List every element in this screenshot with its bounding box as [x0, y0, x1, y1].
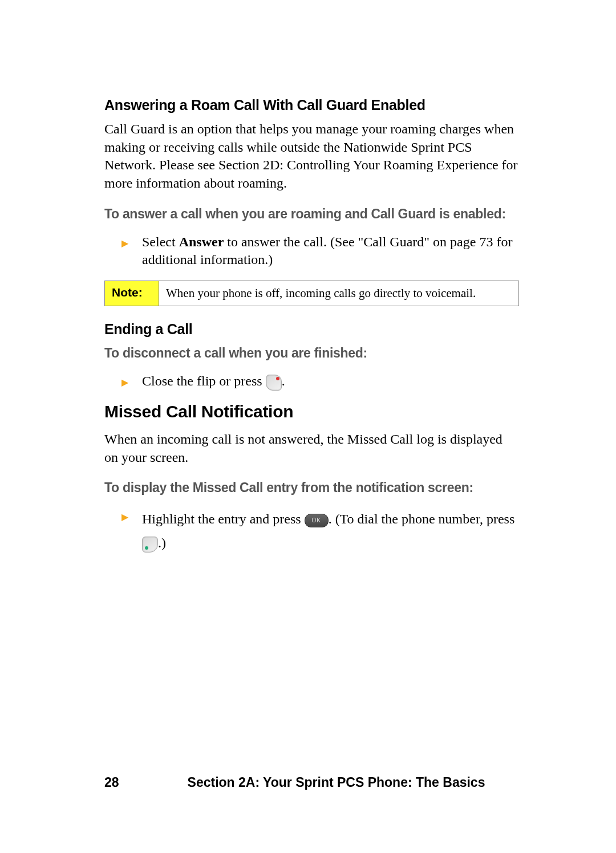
paragraph-roam-call: Call Guard is an option that helps you m… — [104, 120, 519, 193]
lead-missed-call: To display the Missed Call entry from th… — [104, 479, 519, 497]
bullet-text: Highlight the entry and press OK. (To di… — [142, 507, 519, 555]
text: Highlight the entry and press — [142, 511, 305, 526]
footer-section: Section 2A: Your Sprint PCS Phone: The B… — [188, 775, 485, 790]
paragraph-missed-call: When an incoming call is not answered, t… — [104, 430, 519, 466]
page-footer: 28 Section 2A: Your Sprint PCS Phone: Th… — [104, 775, 519, 790]
note-box: Note: When your phone is off, incoming c… — [104, 281, 519, 306]
manual-page: Answering a Roam Call With Call Guard En… — [0, 0, 616, 853]
page-number: 28 — [104, 775, 119, 790]
text: . (To dial the phone number, press — [329, 511, 515, 526]
heading-ending-call: Ending a Call — [104, 321, 519, 338]
ok-key-icon: OK — [305, 514, 329, 527]
arrow-icon: ▶ — [121, 377, 128, 388]
arrow-icon: ▶ — [121, 511, 128, 522]
bullet-missed-call: ▶ Highlight the entry and press OK. (To … — [121, 507, 519, 555]
talk-key-icon — [142, 537, 158, 553]
bullet-text: Select Answer to answer the call. (See "… — [142, 233, 519, 269]
end-key-icon — [266, 375, 282, 391]
bullet-ending-call: ▶ Close the flip or press . — [121, 372, 519, 391]
bullet-roam-call: ▶ Select Answer to answer the call. (See… — [121, 233, 519, 269]
arrow-icon: ▶ — [121, 238, 128, 249]
heading-roam-call: Answering a Roam Call With Call Guard En… — [104, 97, 519, 113]
lead-roam-call: To answer a call when you are roaming an… — [104, 205, 519, 223]
text: Close the flip or press — [142, 373, 266, 388]
lead-ending-call: To disconnect a call when you are finish… — [104, 344, 519, 362]
text: . — [282, 373, 285, 388]
heading-missed-call: Missed Call Notification — [104, 402, 519, 421]
note-text: When your phone is off, incoming calls g… — [159, 281, 519, 306]
text: .) — [158, 535, 166, 550]
text-bold: Answer — [179, 234, 224, 249]
note-label: Note: — [105, 281, 159, 306]
bullet-text: Close the flip or press . — [142, 372, 285, 391]
text: Select — [142, 234, 179, 249]
